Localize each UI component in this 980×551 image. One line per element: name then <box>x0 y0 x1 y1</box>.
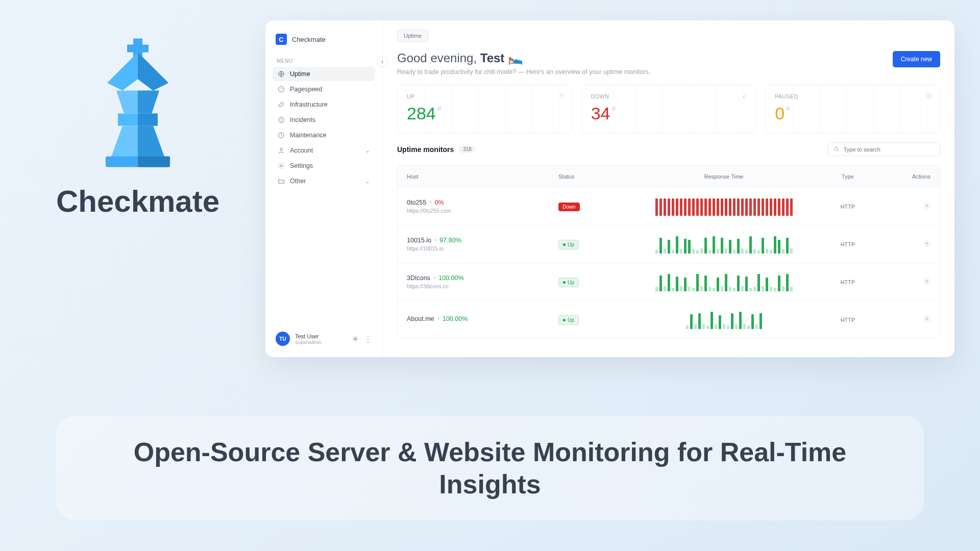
search-input[interactable] <box>844 146 935 153</box>
col-response-time: Response Time <box>627 173 820 180</box>
host-url: https://0to255.com <box>407 208 558 214</box>
dashboard-card: C Checkmate ‹ MENU Uptime Pagespeed Infr… <box>265 20 954 357</box>
menu-label: MENU <box>273 54 375 67</box>
sidebar: C Checkmate ‹ MENU Uptime Pagespeed Infr… <box>265 20 383 357</box>
greeting-subtitle: Ready to trade productivity for chill mo… <box>397 68 650 76</box>
gear-icon <box>278 162 285 169</box>
response-time-sparkline <box>627 311 820 329</box>
tagline: Open-Source Server & Website Monitoring … <box>87 436 893 500</box>
sidebar-item-incidents[interactable]: Incidents <box>273 113 375 127</box>
sidebar-item-label: Incidents <box>290 116 315 123</box>
stat-label: DOWN <box>591 93 747 99</box>
user-role: Superadmin <box>295 339 321 345</box>
host-uptime-pct: 97.80% <box>439 237 461 244</box>
greeting-name: Test <box>480 51 505 65</box>
collapse-sidebar-button[interactable]: ‹ <box>377 56 388 67</box>
search-box[interactable] <box>828 142 940 156</box>
stat-card-up[interactable]: UP 284# <box>397 85 572 133</box>
arrow-down-left-icon <box>741 92 748 99</box>
more-menu-icon[interactable]: ⋮ <box>364 334 372 344</box>
svg-rect-1 <box>127 45 149 53</box>
monitor-type: HTTP <box>820 317 875 323</box>
table-row[interactable]: 0to255 • 0%https://0to255.comDownHTTP <box>398 187 940 225</box>
svg-point-22 <box>926 242 928 244</box>
stat-value: 34 <box>591 104 610 123</box>
svg-point-23 <box>926 280 928 282</box>
sidebar-item-label: Uptime <box>290 70 310 78</box>
sidebar-item-pagespeed[interactable]: Pagespeed <box>273 82 375 96</box>
sidebar-item-other[interactable]: Other ⌄ <box>273 174 375 188</box>
col-status: Status <box>558 173 627 180</box>
svg-point-18 <box>280 165 282 167</box>
status-badge: Up <box>558 278 579 287</box>
brand[interactable]: C Checkmate <box>273 31 375 54</box>
status-badge: Up <box>558 240 579 249</box>
user-icon <box>278 147 285 154</box>
svg-point-21 <box>926 205 928 207</box>
host-name: 10015.io <box>407 237 431 244</box>
greeting-emoji-icon: 🛌 <box>508 51 523 65</box>
col-host: Host <box>407 173 558 180</box>
row-settings-button[interactable] <box>923 278 930 285</box>
pause-clock-icon <box>925 92 933 99</box>
clock-icon <box>278 132 285 139</box>
table-row[interactable]: 10015.io • 97.80%https://10015.ioUpHTTP <box>398 225 940 263</box>
monitor-type: HTTP <box>820 279 875 285</box>
tagline-card: Open-Source Server & Website Monitoring … <box>56 416 924 520</box>
table-row[interactable]: 3DIcons • 100.00%https://3dicons.coUpHTT… <box>398 263 940 300</box>
stat-value: 0 <box>775 104 785 123</box>
svg-rect-11 <box>138 157 170 167</box>
sidebar-item-label: Account <box>290 147 313 154</box>
hash-icon: # <box>786 105 790 113</box>
theme-toggle-icon[interactable]: ☀ <box>352 334 359 344</box>
greeting: Good evening, Test 🛌 Ready to trade prod… <box>397 51 650 76</box>
stat-label: UP <box>407 93 562 99</box>
monitors-title: Uptime monitors <box>397 145 454 154</box>
stat-value: 284 <box>407 104 436 123</box>
arrow-up-right-icon <box>557 92 565 99</box>
hash-icon: # <box>612 105 616 113</box>
host-name: 0to255 <box>407 199 426 206</box>
row-settings-button[interactable] <box>923 315 930 322</box>
sidebar-item-account[interactable]: Account ⌄ <box>273 143 375 158</box>
svg-point-24 <box>926 318 928 320</box>
sidebar-item-infrastructure[interactable]: Infrastructure <box>273 97 375 112</box>
stat-card-paused[interactable]: PAUSED 0# <box>765 85 940 133</box>
row-settings-button[interactable] <box>923 240 930 247</box>
folder-icon <box>278 178 285 185</box>
brand-name: Checkmate <box>292 36 326 43</box>
stat-label: PAUSED <box>775 93 930 99</box>
svg-marker-3 <box>138 53 168 91</box>
host-name: 3DIcons <box>407 274 430 282</box>
sidebar-item-label: Settings <box>290 162 313 169</box>
table-row[interactable]: About.me • 100.00%UpHTTP <box>398 300 940 338</box>
alert-icon <box>278 116 285 123</box>
globe-icon <box>278 70 285 78</box>
main-content: Uptime Good evening, Test 🛌 Ready to tra… <box>383 20 954 357</box>
response-time-sparkline <box>627 273 820 291</box>
tab-uptime[interactable]: Uptime <box>397 30 428 42</box>
sidebar-item-uptime[interactable]: Uptime <box>273 67 375 81</box>
sidebar-item-label: Pagespeed <box>290 86 322 93</box>
sidebar-item-settings[interactable]: Settings <box>273 159 375 173</box>
status-badge: Down <box>558 203 580 211</box>
greeting-prefix: Good evening, <box>397 51 480 65</box>
sidebar-footer: TU Test User Superadmin ☀ ⋮ <box>273 328 375 350</box>
col-actions: Actions <box>875 173 930 180</box>
table-header: Host Status Response Time Type Actions <box>398 166 940 187</box>
monitors-table: Host Status Response Time Type Actions 0… <box>397 165 940 339</box>
search-icon <box>834 146 840 153</box>
host-uptime-pct: 0% <box>435 199 444 206</box>
monitors-count-badge: 318 <box>459 145 476 153</box>
stat-card-down[interactable]: DOWN 34# <box>581 85 756 133</box>
avatar[interactable]: TU <box>276 332 290 346</box>
status-badge: Up <box>558 315 579 325</box>
row-settings-button[interactable] <box>923 202 930 209</box>
sidebar-item-label: Maintenance <box>290 132 327 139</box>
sidebar-item-label: Infrastructure <box>290 101 328 108</box>
create-new-button[interactable]: Create new <box>893 51 940 67</box>
host-url: https://10015.io <box>407 245 558 252</box>
chess-king-icon <box>92 36 184 168</box>
sidebar-item-maintenance[interactable]: Maintenance <box>273 128 375 142</box>
svg-rect-7 <box>138 114 158 126</box>
